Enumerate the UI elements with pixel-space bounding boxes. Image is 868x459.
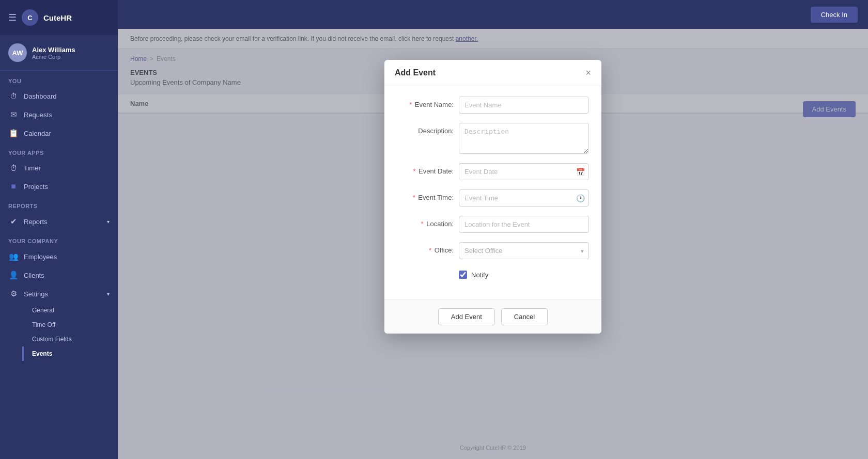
user-info: Alex Williams Acme Corp	[32, 46, 75, 60]
event-date-input[interactable]	[459, 163, 589, 180]
calendar-icon: 📋	[8, 129, 19, 138]
section-label-you: You	[0, 71, 118, 87]
event-date-wrapper: 📅	[459, 163, 589, 180]
office-select[interactable]: Select Office	[459, 242, 589, 259]
sidebar: ☰ C CuteHR AW Alex Williams Acme Corp Yo…	[0, 0, 118, 459]
required-star: *	[413, 167, 415, 175]
office-group: * Office: Select Office ▾	[397, 242, 589, 259]
sidebar-item-label: Projects	[24, 183, 48, 191]
reports-chevron: ▾	[107, 219, 110, 225]
user-name: Alex Williams	[32, 46, 75, 54]
logo-icon: C	[22, 9, 38, 26]
add-event-modal: Add Event × * Event Name:	[384, 60, 601, 334]
event-time-label: * Event Time:	[397, 189, 454, 201]
sidebar-item-calendar[interactable]: 📋 Calendar	[0, 124, 118, 143]
sidebar-item-label: Settings	[24, 290, 48, 298]
dashboard-icon: ⏱	[8, 92, 19, 101]
notify-label: Notify	[471, 271, 488, 279]
requests-icon: ✉	[8, 110, 19, 119]
employees-icon: 👥	[8, 252, 19, 261]
avatar: AW	[8, 43, 27, 62]
location-group: * Location:	[397, 216, 589, 233]
sidebar-subitem-time-off[interactable]: Time Off	[24, 318, 118, 332]
user-section: AW Alex Williams Acme Corp	[0, 35, 118, 71]
notify-group: Notify	[397, 268, 589, 281]
modal-body: * Event Name: Description:	[384, 86, 601, 299]
sidebar-item-reports[interactable]: ✔ Reports ▾	[0, 212, 118, 231]
check-in-button[interactable]: Check In	[811, 7, 858, 23]
event-time-wrapper: 🕐	[459, 189, 589, 207]
required-star: *	[429, 246, 431, 254]
modal-add-event-button[interactable]: Add Event	[438, 308, 495, 325]
location-label: * Location:	[397, 216, 454, 228]
sidebar-subitem-events[interactable]: Events	[22, 346, 118, 361]
sidebar-item-label: Reports	[24, 218, 48, 226]
main-area: Check In Before proceeding, please check…	[118, 0, 868, 459]
modal-cancel-button[interactable]: Cancel	[501, 308, 548, 325]
reports-icon: ✔	[8, 217, 19, 226]
required-star: *	[413, 194, 415, 201]
sidebar-subitem-custom-fields[interactable]: Custom Fields	[24, 332, 118, 346]
sidebar-item-dashboard[interactable]: ⏱ Dashboard	[0, 87, 118, 105]
event-date-label: * Event Date:	[397, 163, 454, 175]
section-label-company: Your Company	[0, 231, 118, 247]
office-label: * Office:	[397, 242, 454, 254]
hamburger-icon[interactable]: ☰	[8, 12, 17, 23]
modal-close-button[interactable]: ×	[585, 68, 591, 77]
sidebar-item-timer[interactable]: ⏱ Timer	[0, 159, 118, 177]
sidebar-item-requests[interactable]: ✉ Requests	[0, 105, 118, 124]
sidebar-item-label: Requests	[24, 111, 52, 119]
modal-footer: Add Event Cancel	[384, 299, 601, 334]
sidebar-item-label: Timer	[24, 164, 41, 172]
location-input[interactable]	[459, 216, 589, 233]
settings-icon: ⚙	[8, 289, 19, 298]
section-label-reports: Reports	[0, 196, 118, 212]
event-name-group: * Event Name:	[397, 97, 589, 114]
sidebar-item-projects[interactable]: ■ Projects	[0, 177, 118, 196]
event-date-group: * Event Date: 📅	[397, 163, 589, 180]
settings-subitems: General Time Off Custom Fields Events	[0, 303, 118, 361]
settings-chevron: ▾	[107, 291, 110, 297]
notify-checkbox[interactable]	[459, 271, 467, 279]
sidebar-item-label: Employees	[24, 253, 57, 261]
clients-icon: 👤	[8, 271, 19, 280]
required-star: *	[421, 220, 424, 228]
modal-title: Add Event	[395, 68, 436, 77]
event-name-input[interactable]	[459, 97, 589, 114]
section-label-apps: Your Apps	[0, 143, 118, 159]
modal-overlay: Add Event × * Event Name:	[118, 29, 868, 459]
sidebar-header: ☰ C CuteHR	[0, 0, 118, 35]
description-group: Description:	[397, 123, 589, 154]
event-time-input[interactable]	[459, 189, 589, 207]
sidebar-item-clients[interactable]: 👤 Clients	[0, 266, 118, 284]
sidebar-item-label: Dashboard	[24, 92, 57, 100]
description-label: Description:	[397, 123, 454, 135]
modal-header: Add Event ×	[384, 60, 601, 86]
user-company: Acme Corp	[32, 54, 75, 60]
topbar: Check In	[118, 0, 868, 29]
event-time-group: * Event Time: 🕐	[397, 189, 589, 207]
sidebar-item-label: Clients	[24, 272, 44, 279]
event-name-label: * Event Name:	[397, 97, 454, 108]
sidebar-item-label: Calendar	[24, 130, 51, 137]
app-name: CuteHR	[43, 13, 72, 22]
sidebar-item-employees[interactable]: 👥 Employees	[0, 247, 118, 266]
office-select-wrapper: Select Office ▾	[459, 242, 589, 259]
content-area: Before proceeding, please check your ema…	[118, 29, 868, 459]
timer-icon: ⏱	[8, 164, 19, 172]
required-star: *	[409, 101, 412, 108]
sidebar-item-settings[interactable]: ⚙ Settings ▾	[0, 284, 118, 303]
description-input[interactable]	[459, 123, 589, 154]
projects-icon: ■	[8, 182, 19, 191]
sidebar-subitem-general[interactable]: General	[24, 303, 118, 318]
